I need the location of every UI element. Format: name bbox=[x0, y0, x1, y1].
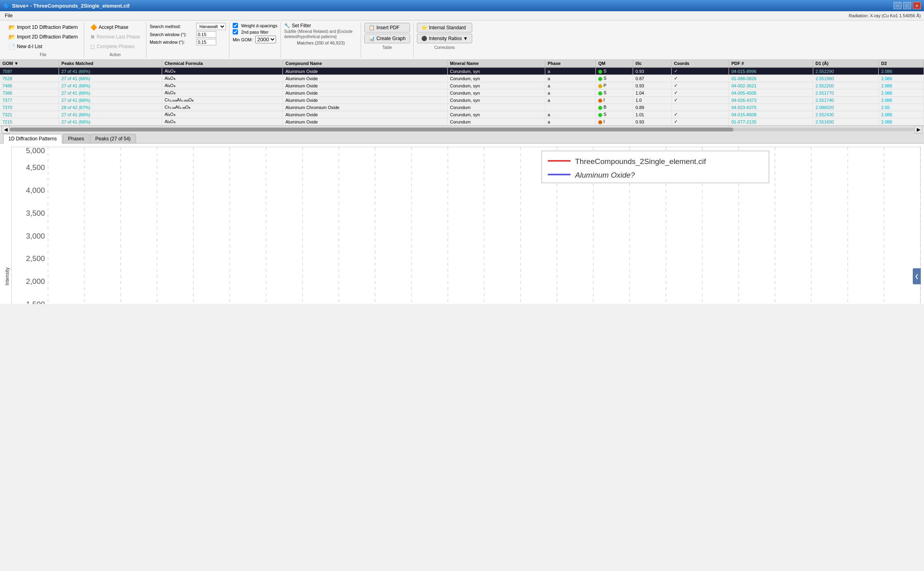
scroll-left-arrow[interactable]: ◀ bbox=[2, 126, 10, 134]
table-horizontal-scrollbar[interactable]: ◀ ▶ bbox=[0, 126, 924, 132]
cell-iic: 0.93 bbox=[633, 118, 672, 126]
search-window-input[interactable] bbox=[196, 31, 216, 38]
file-section-label: File bbox=[6, 53, 81, 57]
cell-coords: ✓ bbox=[671, 75, 729, 82]
complete-phases-button[interactable]: ◻ Complete Phases bbox=[87, 42, 143, 51]
cell-gom: 7528 bbox=[0, 75, 59, 82]
collapse-button[interactable]: ❮ bbox=[913, 268, 921, 284]
window-title: 🔷 Sleve+ - ThreeCompounds_2Single_elemen… bbox=[3, 3, 130, 9]
match-window-row: Match window (°): bbox=[150, 39, 226, 45]
tab-1d-diffraction[interactable]: 1D Diffraction Patterns bbox=[3, 134, 62, 144]
minimize-button[interactable]: ─ bbox=[894, 2, 902, 9]
accept-phase-button[interactable]: 🔶 Accept Phase bbox=[87, 23, 143, 32]
cell-pdf: 04-015-8996 bbox=[729, 67, 813, 75]
file-menu[interactable]: File bbox=[3, 12, 14, 19]
tab-phases[interactable]: Phases bbox=[63, 134, 89, 143]
col-mineral[interactable]: Mineral Name bbox=[447, 60, 545, 67]
match-window-label: Match window (°): bbox=[150, 40, 194, 45]
svg-text:ThreeCompounds_2Single_element: ThreeCompounds_2Single_element.cif bbox=[575, 157, 706, 166]
search-method-label: Search method: bbox=[150, 24, 194, 29]
internal-standard-label: Internal Standard bbox=[429, 25, 466, 30]
setfilter-section: 🔧 Set Filter Subfile (Mineral Related) a… bbox=[281, 22, 361, 58]
cell-gom: 7486 bbox=[0, 82, 59, 89]
cell-d2: 2.086 bbox=[879, 111, 924, 118]
svg-text:1,500: 1,500 bbox=[26, 300, 45, 304]
cell-coords: ✓ bbox=[671, 97, 729, 104]
intensity-ratios-label: Intensity Ratios ▼ bbox=[429, 36, 468, 41]
col-peaks[interactable]: Peaks Matched bbox=[59, 60, 162, 67]
cell-peaks: 27 of 41 (66%) bbox=[59, 97, 162, 104]
intensity-ratios-button[interactable]: ⚫ Intensity Ratios ▼ bbox=[417, 34, 472, 43]
search-method-select[interactable]: Hanawalt bbox=[196, 23, 226, 30]
min-gom-label: Min GOM: bbox=[233, 37, 253, 42]
cell-coords: ✓ bbox=[671, 82, 729, 89]
scrollbar-thumb[interactable] bbox=[10, 128, 733, 132]
col-pdf[interactable]: PDF # bbox=[729, 60, 813, 67]
cell-qm: S bbox=[596, 67, 633, 75]
accept-phase-label: Accept Phase bbox=[99, 24, 128, 30]
match-window-input[interactable] bbox=[196, 39, 216, 45]
import-1d-button[interactable]: 📂 Import 1D Diffraction Pattern bbox=[6, 23, 81, 32]
table-row[interactable]: 7597 27 of 41 (66%) Al₂O₃ Aluminum Oxide… bbox=[0, 67, 924, 75]
complete-phases-label: Complete Phases bbox=[97, 44, 135, 49]
second-pass-checkbox[interactable] bbox=[233, 29, 238, 34]
cell-coords: ✓ bbox=[671, 118, 729, 126]
cell-qm: I bbox=[596, 118, 633, 126]
corrections-section: ⭐ Internal Standard ⚫ Intensity Ratios ▼… bbox=[414, 22, 475, 58]
weight-dspacings-checkbox[interactable] bbox=[233, 23, 238, 28]
cell-formula: Al₂O₃ bbox=[162, 75, 283, 82]
new-di-button[interactable]: 📄 New d-I List bbox=[6, 42, 81, 51]
table-body: 7597 27 of 41 (66%) Al₂O₃ Aluminum Oxide… bbox=[0, 67, 924, 126]
weight-dspacings-label: Weight d-spacings bbox=[241, 23, 277, 28]
cell-formula: Cr₀.₀₀₈Al₁.₉₉₂O₃ bbox=[162, 97, 283, 104]
insert-pdf-button[interactable]: 📋 Insert PDF bbox=[364, 23, 410, 32]
table-row[interactable]: 7321 27 of 41 (66%) Al₂O₃ Aluminum Oxide… bbox=[0, 111, 924, 118]
cell-pdf: 01-077-2135 bbox=[729, 118, 813, 126]
col-coords[interactable]: Coords bbox=[671, 60, 729, 67]
second-pass-row: 2nd pass filter bbox=[233, 29, 277, 34]
cell-pdf: 04-015-8608 bbox=[729, 111, 813, 118]
remove-last-phase-button[interactable]: ✖ Remove Last Phase bbox=[87, 32, 143, 41]
cell-gom: 7386 bbox=[0, 89, 59, 97]
svg-rect-0 bbox=[12, 147, 920, 304]
close-button[interactable]: ✕ bbox=[913, 2, 921, 9]
col-gom[interactable]: GOM ▼ bbox=[0, 60, 59, 67]
min-gom-row: Min GOM: 2000 1000 500 bbox=[233, 36, 277, 43]
col-iic[interactable]: I/Ic bbox=[633, 60, 672, 67]
cell-compound: Aluminum Oxide bbox=[283, 67, 447, 75]
cell-qm: S bbox=[596, 75, 633, 82]
col-d2[interactable]: D2 bbox=[879, 60, 924, 67]
set-filter-button[interactable]: 🔧 Set Filter bbox=[284, 23, 357, 28]
min-gom-select[interactable]: 2000 1000 500 bbox=[255, 36, 276, 43]
table-row[interactable]: 7486 27 of 41 (66%) Al₂O₃ Aluminum Oxide… bbox=[0, 82, 924, 89]
table-row[interactable]: 7528 27 of 41 (66%) Al₂O₃ Aluminum Oxide… bbox=[0, 75, 924, 82]
table-row[interactable]: 7215 27 of 41 (66%) Al₂O₃ Aluminum Oxide… bbox=[0, 118, 924, 126]
chart-container: Intensity bbox=[3, 147, 921, 304]
col-d1[interactable]: D1 (Å) bbox=[813, 60, 879, 67]
cell-phase: a bbox=[545, 67, 596, 75]
cell-d1: 2.552200 bbox=[813, 82, 879, 89]
cell-compound: Aluminum Oxide bbox=[283, 82, 447, 89]
cell-peaks: 28 of 42 (67%) bbox=[59, 104, 162, 111]
cell-qm: P bbox=[596, 82, 633, 89]
cell-peaks: 27 of 41 (66%) bbox=[59, 118, 162, 126]
scroll-right-arrow[interactable]: ▶ bbox=[914, 126, 922, 134]
search-window-row: Search window (°): bbox=[150, 31, 226, 38]
col-phase[interactable]: Phase bbox=[545, 60, 596, 67]
table-row[interactable]: 7377 27 of 41 (66%) Cr₀.₀₀₈Al₁.₉₉₂O₃ Alu… bbox=[0, 97, 924, 104]
cell-coords: ✓ bbox=[671, 89, 729, 97]
tab-peaks[interactable]: Peaks (27 of 54) bbox=[90, 134, 136, 143]
col-compound[interactable]: Compound Name bbox=[283, 60, 447, 67]
import-2d-button[interactable]: 📂 Import 2D Diffraction Pattern bbox=[6, 32, 81, 41]
col-qm[interactable]: QM bbox=[596, 60, 633, 67]
col-formula[interactable]: Chemical Formula bbox=[162, 60, 283, 67]
create-graph-button[interactable]: 📊 Create Graph bbox=[364, 34, 410, 43]
chart-svg: 0 500 1,000 1,500 2,000 2,500 3,000 3,50… bbox=[12, 147, 920, 304]
chart-inner[interactable]: 0 500 1,000 1,500 2,000 2,500 3,000 3,50… bbox=[11, 147, 921, 304]
maximize-button[interactable]: □ bbox=[903, 2, 911, 9]
scrollbar-track[interactable] bbox=[10, 128, 914, 132]
table-row[interactable]: 7370 28 of 42 (67%) Cr₀.₀₂Al₁.₉₈O₃ Alumi… bbox=[0, 104, 924, 111]
table-row[interactable]: 7386 27 of 41 (66%) Al₂O₃ Aluminum Oxide… bbox=[0, 89, 924, 97]
internal-standard-button[interactable]: ⭐ Internal Standard bbox=[417, 23, 472, 32]
cell-phase: a bbox=[545, 118, 596, 126]
